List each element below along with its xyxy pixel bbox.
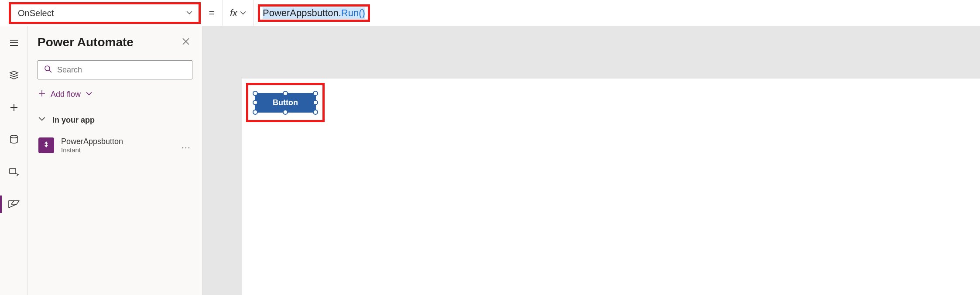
search-icon xyxy=(44,65,52,75)
add-flow-button[interactable]: Add flow xyxy=(38,87,192,102)
formula-token-open: ( xyxy=(359,7,362,19)
panel-header: Power Automate xyxy=(38,34,192,51)
button-highlight: Button xyxy=(246,83,325,122)
flow-meta: PowerAppsbutton Instant xyxy=(61,137,174,154)
formula-token-object: PowerAppsbutton xyxy=(263,7,339,19)
flow-more-button[interactable]: … xyxy=(181,140,192,151)
hamburger-icon[interactable] xyxy=(5,34,23,51)
chevron-down-icon xyxy=(86,90,92,99)
fx-label: fx xyxy=(230,7,237,19)
svg-point-0 xyxy=(10,135,17,138)
close-icon[interactable] xyxy=(179,34,192,51)
resize-handle-tr[interactable] xyxy=(313,91,318,96)
canvas-button[interactable]: Button xyxy=(255,93,316,113)
media-icon[interactable] xyxy=(5,163,23,181)
power-automate-icon[interactable] xyxy=(5,196,23,213)
flow-icon xyxy=(38,137,54,153)
left-rail xyxy=(0,26,28,295)
data-icon[interactable] xyxy=(5,131,23,148)
flow-subtitle: Instant xyxy=(61,146,174,154)
resize-handle-ml[interactable] xyxy=(253,100,258,105)
main-area: Power Automate Add flow In your a xyxy=(0,26,980,295)
property-selector[interactable]: OnSelect xyxy=(9,2,201,24)
search-input[interactable] xyxy=(57,65,186,75)
flow-name: PowerAppsbutton xyxy=(61,137,174,146)
property-selector-value: OnSelect xyxy=(18,8,54,18)
chevron-down-icon xyxy=(38,116,45,125)
svg-rect-1 xyxy=(10,168,16,174)
canvas-button-label: Button xyxy=(273,98,298,107)
formula-token-close: ) xyxy=(362,7,365,19)
formula-token-func: Run xyxy=(341,7,359,19)
plus-icon xyxy=(38,90,45,99)
fx-button[interactable]: fx xyxy=(223,0,253,26)
formula-highlight: PowerAppsbutton.Run() xyxy=(258,4,370,22)
resize-handle-tm[interactable] xyxy=(283,91,288,96)
insert-icon[interactable] xyxy=(5,99,23,116)
panel-title: Power Automate xyxy=(38,35,134,49)
add-flow-label: Add flow xyxy=(51,90,81,99)
resize-handle-tl[interactable] xyxy=(253,91,258,96)
resize-handle-bl[interactable] xyxy=(253,110,258,115)
flow-item[interactable]: PowerAppsbutton Instant … xyxy=(38,134,192,157)
search-input-wrapper[interactable] xyxy=(38,60,192,79)
section-label: In your app xyxy=(52,116,95,125)
resize-handle-bm[interactable] xyxy=(283,110,288,115)
canvas-screen[interactable] xyxy=(242,79,980,295)
resize-handle-mr[interactable] xyxy=(313,100,318,105)
equals-label: = xyxy=(201,0,223,26)
tree-view-icon[interactable] xyxy=(5,66,23,84)
resize-handle-br[interactable] xyxy=(313,110,318,115)
chevron-down-icon xyxy=(240,10,246,16)
formula-bar: OnSelect = fx PowerAppsbutton.Run() xyxy=(0,0,980,26)
formula-input[interactable]: PowerAppsbutton.Run() xyxy=(253,0,980,26)
canvas[interactable]: Button xyxy=(202,26,980,295)
svg-point-2 xyxy=(45,66,50,71)
power-automate-panel: Power Automate Add flow In your a xyxy=(28,26,202,295)
chevron-down-icon xyxy=(186,8,192,18)
section-in-your-app[interactable]: In your app xyxy=(38,111,192,129)
